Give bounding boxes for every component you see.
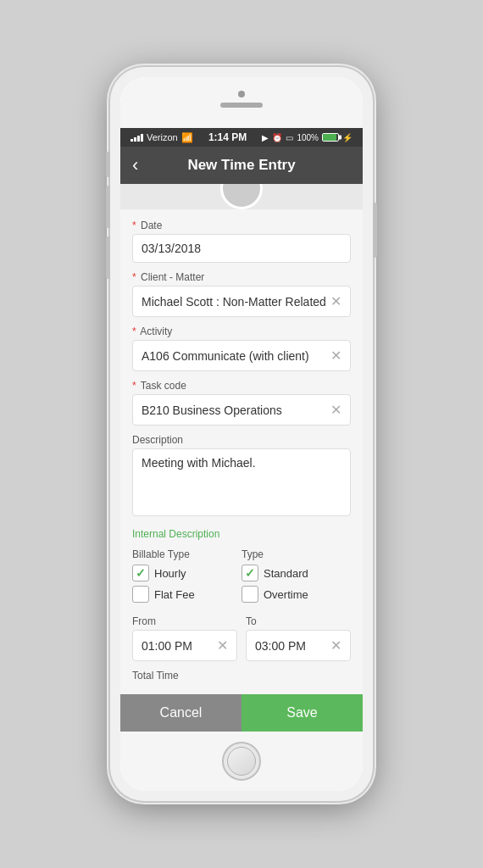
page-title: New Time Entry xyxy=(187,157,295,174)
screen-icon: ▭ xyxy=(286,133,293,142)
billable-type-label: Billable Type xyxy=(132,548,242,560)
task-code-value: B210 Business Operations xyxy=(142,403,282,417)
flat-fee-checkbox-row: Flat Fee xyxy=(132,586,242,603)
activity-required-star: * xyxy=(132,326,136,337)
battery-label: 100% xyxy=(297,133,319,142)
home-button[interactable] xyxy=(222,742,261,781)
status-bar: Verizon 📶 1:14 PM ▶ ⏰ ▭ 100% ⚡ xyxy=(120,128,363,147)
standard-checkbox-row: ✓ Standard xyxy=(242,565,351,581)
standard-checkmark: ✓ xyxy=(245,567,255,579)
status-time: 1:14 PM xyxy=(208,131,247,143)
standard-checkbox[interactable]: ✓ xyxy=(242,565,258,581)
from-value: 01:00 PM xyxy=(142,639,192,653)
side-button-mute[interactable] xyxy=(106,152,110,177)
task-code-label: * Task code xyxy=(132,380,351,392)
from-col: From 01:00 PM ✕ xyxy=(132,615,237,661)
bottom-buttons: Cancel Save xyxy=(120,694,363,732)
date-field-group: * Date 03/13/2018 xyxy=(132,220,351,263)
phone-device: Verizon 📶 1:14 PM ▶ ⏰ ▭ 100% ⚡ ‹ New Tim… xyxy=(110,67,373,801)
home-button-inner xyxy=(227,747,256,776)
description-field-group: Description xyxy=(132,434,351,520)
cancel-button[interactable]: Cancel xyxy=(120,694,242,732)
side-button-power[interactable] xyxy=(373,203,377,258)
billable-type-col: Billable Type ✓ Hourly Flat Fee xyxy=(132,548,242,607)
to-label: To xyxy=(246,615,351,627)
battery-icon xyxy=(322,133,339,142)
client-matter-clear-icon[interactable]: ✕ xyxy=(330,293,341,309)
phone-screen: Verizon 📶 1:14 PM ▶ ⏰ ▭ 100% ⚡ ‹ New Tim… xyxy=(120,77,363,791)
date-label: * Date xyxy=(132,220,351,231)
activity-value: A106 Communicate (with client) xyxy=(142,349,309,363)
activity-input[interactable]: A106 Communicate (with client) ✕ xyxy=(132,340,351,371)
task-code-field-group: * Task code B210 Business Operations ✕ xyxy=(132,380,351,426)
description-input[interactable] xyxy=(132,448,351,516)
avatar-area xyxy=(120,184,363,209)
client-matter-input[interactable]: Michael Scott : Non-Matter Related ✕ xyxy=(132,286,351,317)
from-input[interactable]: 01:00 PM ✕ xyxy=(132,630,237,661)
date-input[interactable]: 03/13/2018 xyxy=(132,234,351,263)
client-matter-value: Michael Scott : Non-Matter Related xyxy=(142,295,326,309)
total-time-label: Total Time xyxy=(132,670,351,682)
hourly-checkbox-row: ✓ Hourly xyxy=(132,565,242,581)
status-right: ▶ ⏰ ▭ 100% ⚡ xyxy=(262,133,353,142)
form-content: * Date 03/13/2018 * Client - Matter Mich… xyxy=(120,209,363,694)
standard-label: Standard xyxy=(264,567,308,580)
to-col: To 03:00 PM ✕ xyxy=(246,615,351,661)
to-clear-icon[interactable]: ✕ xyxy=(330,637,341,654)
task-code-input[interactable]: B210 Business Operations ✕ xyxy=(132,394,351,426)
internal-description-link[interactable]: Internal Description xyxy=(132,528,351,540)
charging-icon: ⚡ xyxy=(342,133,353,142)
from-clear-icon[interactable]: ✕ xyxy=(217,637,228,654)
task-code-clear-icon[interactable]: ✕ xyxy=(330,402,341,418)
wifi-icon: 📶 xyxy=(181,132,193,143)
nav-bar: ‹ New Time Entry xyxy=(120,147,363,184)
save-button[interactable]: Save xyxy=(242,694,363,732)
hourly-checkbox[interactable]: ✓ xyxy=(132,565,149,581)
activity-label: * Activity xyxy=(132,326,351,337)
side-button-volume-up[interactable] xyxy=(106,186,110,228)
date-value: 03/13/2018 xyxy=(142,242,201,255)
hourly-checkmark: ✓ xyxy=(136,567,146,579)
type-col: Type ✓ Standard Overtime xyxy=(242,548,351,607)
flat-fee-label: Flat Fee xyxy=(154,588,195,601)
to-value: 03:00 PM xyxy=(255,639,306,653)
status-left: Verizon 📶 xyxy=(130,132,193,143)
flat-fee-checkbox[interactable] xyxy=(132,586,149,603)
alarm-icon: ⏰ xyxy=(272,133,282,142)
to-input[interactable]: 03:00 PM ✕ xyxy=(246,630,351,661)
carrier-name: Verizon xyxy=(147,132,178,142)
avatar xyxy=(220,184,263,209)
activity-clear-icon[interactable]: ✕ xyxy=(330,348,341,364)
back-button[interactable]: ‹ xyxy=(132,156,138,175)
client-matter-label: * Client - Matter xyxy=(132,271,351,283)
hourly-label: Hourly xyxy=(154,567,186,580)
billable-type-row: Billable Type ✓ Hourly Flat Fee Type xyxy=(132,548,351,607)
side-button-volume-down[interactable] xyxy=(106,236,110,279)
client-matter-field-group: * Client - Matter Michael Scott : Non-Ma… xyxy=(132,271,351,317)
date-required-star: * xyxy=(132,220,136,231)
activity-field-group: * Activity A106 Communicate (with client… xyxy=(132,326,351,371)
from-to-row: From 01:00 PM ✕ To 03:00 PM ✕ xyxy=(132,615,351,661)
overtime-checkbox-row: Overtime xyxy=(242,586,351,603)
signal-icon xyxy=(130,134,143,142)
earpiece-speaker xyxy=(220,103,263,108)
bottom-bezel xyxy=(120,732,363,791)
overtime-label: Overtime xyxy=(264,588,308,601)
front-camera xyxy=(238,91,245,97)
from-label: From xyxy=(132,615,237,627)
client-required-star: * xyxy=(132,271,136,283)
description-label: Description xyxy=(132,434,351,446)
type-label: Type xyxy=(242,548,351,560)
top-bezel xyxy=(120,77,363,128)
location-icon: ▶ xyxy=(262,133,269,142)
task-required-star: * xyxy=(132,380,136,392)
overtime-checkbox[interactable] xyxy=(242,586,258,603)
